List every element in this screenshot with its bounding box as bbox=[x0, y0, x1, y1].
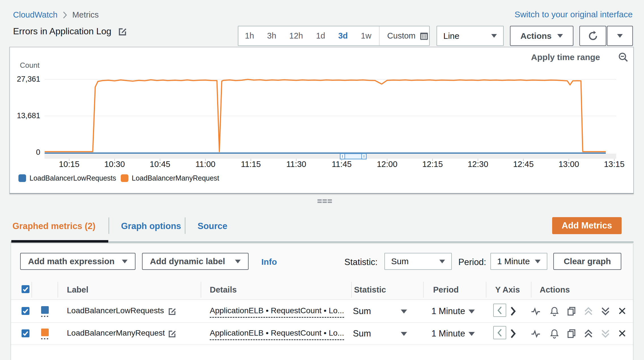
row-period[interactable]: 1 Minute bbox=[431, 306, 465, 316]
refresh-icon bbox=[587, 30, 599, 42]
legend-item-many[interactable]: LoadBalancerManyRequest bbox=[121, 174, 219, 182]
chart-panel: Apply time range Count 27,36113,6810 10:… bbox=[9, 47, 634, 194]
row-action-pulse-icon[interactable] bbox=[531, 329, 541, 339]
row-action-remove-icon[interactable] bbox=[617, 329, 628, 339]
time-range-3d[interactable]: 3d bbox=[332, 31, 354, 41]
row-edit-icon[interactable] bbox=[168, 307, 177, 316]
row-action-alarm-icon[interactable] bbox=[549, 329, 560, 339]
y-tick-label: 0 bbox=[10, 148, 40, 157]
time-range-3h[interactable]: 3h bbox=[260, 31, 283, 41]
row-edit-icon[interactable] bbox=[168, 329, 177, 338]
time-range-control: 1h 3h 12h 1d 3d 1w Custom bbox=[238, 26, 430, 46]
row-yaxis-right-button[interactable] bbox=[509, 329, 517, 339]
time-range-1w[interactable]: 1w bbox=[354, 31, 378, 41]
tab-source[interactable]: Source bbox=[198, 221, 227, 231]
statistic-select[interactable]: Sum bbox=[384, 253, 452, 270]
row-color-swatch[interactable] bbox=[41, 306, 49, 314]
clear-graph-label: Clear graph bbox=[564, 257, 611, 266]
add-math-expression-button[interactable]: Add math expression bbox=[20, 253, 135, 270]
header-statistic: Statistic bbox=[354, 285, 386, 295]
refresh-options-caret-icon bbox=[617, 34, 623, 38]
calendar-icon[interactable] bbox=[419, 30, 429, 42]
breadcrumb-cloudwatch[interactable]: CloudWatch bbox=[13, 10, 58, 20]
row-yaxis-right-button[interactable] bbox=[509, 306, 517, 316]
time-range-1h[interactable]: 1h bbox=[238, 31, 260, 41]
y-tick-label: 27,361 bbox=[10, 75, 40, 84]
row-action-pulse-icon[interactable] bbox=[531, 306, 541, 316]
x-tick-label: 11:45 bbox=[332, 160, 351, 169]
chart-y-title: Count bbox=[20, 61, 39, 70]
period-value: 1 Minute bbox=[497, 257, 530, 266]
zoom-out-icon[interactable] bbox=[618, 52, 629, 63]
row-statistic-caret-icon[interactable] bbox=[401, 310, 407, 314]
time-range-12h[interactable]: 12h bbox=[283, 31, 310, 41]
legend-swatch-blue bbox=[18, 174, 26, 182]
x-tick-label: 11:15 bbox=[241, 160, 261, 169]
header-period: Period bbox=[433, 285, 459, 295]
row-checkbox[interactable] bbox=[22, 329, 29, 337]
metric-row-many: LoadBalancerManyRequest ApplicationELB •… bbox=[11, 323, 633, 345]
statistic-label: Statistic: bbox=[344, 257, 378, 267]
refresh-options-button[interactable] bbox=[607, 26, 633, 46]
metric-row-low: LoadBalancerLowRequests ApplicationELB •… bbox=[11, 300, 633, 323]
row-action-move-down-icon[interactable] bbox=[600, 306, 611, 316]
select-all-checkbox[interactable] bbox=[22, 285, 29, 293]
add-metrics-button[interactable]: Add Metrics bbox=[552, 217, 622, 234]
period-label: Period: bbox=[458, 257, 486, 267]
time-range-custom[interactable]: Custom bbox=[381, 31, 419, 41]
row-checkbox[interactable] bbox=[22, 307, 29, 315]
tab-separator-1 bbox=[109, 217, 109, 234]
chart-type-value: Line bbox=[443, 31, 459, 41]
row-yaxis-left-button[interactable] bbox=[493, 304, 506, 317]
row-label[interactable]: LoadBalancerLowRequests bbox=[67, 306, 164, 315]
row-statistic[interactable]: Sum bbox=[353, 306, 371, 316]
x-tick-label: 10:15 bbox=[59, 160, 80, 169]
row-action-move-down-icon[interactable] bbox=[600, 329, 611, 339]
resize-handle[interactable] bbox=[317, 199, 333, 203]
add-dynamic-label-button[interactable]: Add dynamic label bbox=[142, 253, 249, 270]
row-action-duplicate-icon[interactable] bbox=[566, 306, 577, 316]
row-color-dashes bbox=[41, 338, 49, 339]
tab-graph-options[interactable]: Graph options bbox=[121, 221, 181, 231]
info-link[interactable]: Info bbox=[261, 257, 277, 267]
row-color-dashes bbox=[41, 316, 49, 317]
tab-graphed-metrics[interactable]: Graphed metrics (2) bbox=[12, 221, 96, 231]
refresh-button[interactable] bbox=[579, 26, 606, 46]
row-period-caret-icon[interactable] bbox=[469, 310, 475, 314]
row-details[interactable]: ApplicationELB • RequestCount • Lo... bbox=[210, 329, 344, 340]
row-statistic[interactable]: Sum bbox=[353, 329, 371, 339]
row-period-caret-icon[interactable] bbox=[469, 332, 475, 336]
row-action-remove-icon[interactable] bbox=[617, 306, 628, 316]
legend-item-low[interactable]: LoadBalancerLowRequests bbox=[18, 174, 116, 182]
legend-swatch-orange bbox=[121, 174, 128, 182]
period-select[interactable]: 1 Minute bbox=[490, 253, 547, 270]
x-tick-label: 11:30 bbox=[286, 160, 306, 169]
switch-interface-link[interactable]: Switch to your original interface bbox=[514, 10, 633, 19]
row-label[interactable]: LoadBalancerManyRequest bbox=[67, 329, 165, 338]
tab-separator-2 bbox=[185, 217, 185, 234]
row-yaxis-left-button[interactable] bbox=[493, 326, 506, 339]
chart-type-select[interactable]: Line bbox=[437, 26, 504, 46]
breadcrumb-metrics: Metrics bbox=[72, 10, 99, 20]
x-tick-label: 12:30 bbox=[468, 160, 488, 169]
statistic-value: Sum bbox=[391, 257, 409, 266]
row-color-swatch[interactable] bbox=[41, 329, 49, 336]
actions-label: Actions bbox=[520, 31, 552, 41]
breadcrumb-chevron-icon bbox=[63, 11, 67, 19]
actions-button[interactable]: Actions bbox=[510, 26, 573, 46]
add-math-expression-label: Add math expression bbox=[28, 257, 115, 266]
period-caret-icon bbox=[535, 260, 541, 263]
row-action-duplicate-icon[interactable] bbox=[566, 329, 577, 339]
row-action-move-up-icon[interactable] bbox=[583, 306, 594, 316]
metrics-panel: Add math expression Add dynamic label In… bbox=[10, 243, 634, 360]
row-period[interactable]: 1 Minute bbox=[431, 329, 465, 339]
x-tick-label: 12:15 bbox=[422, 160, 443, 169]
row-action-alarm-icon[interactable] bbox=[549, 306, 560, 316]
clear-graph-button[interactable]: Clear graph bbox=[553, 253, 621, 270]
row-details[interactable]: ApplicationELB • RequestCount • Lo... bbox=[210, 306, 344, 318]
time-range-1d[interactable]: 1d bbox=[310, 31, 332, 41]
edit-title-icon[interactable] bbox=[118, 27, 127, 36]
row-statistic-caret-icon[interactable] bbox=[401, 332, 407, 336]
row-action-move-up-icon[interactable] bbox=[583, 329, 594, 339]
breadcrumb: CloudWatch Metrics bbox=[13, 10, 99, 20]
